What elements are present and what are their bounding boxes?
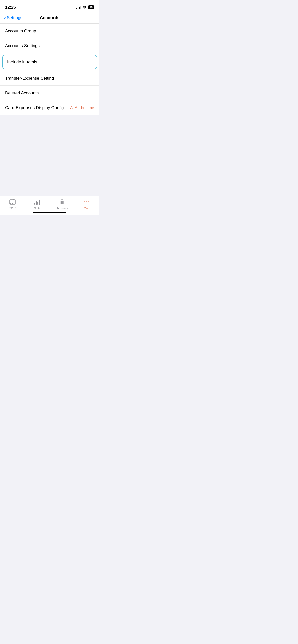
tab-more[interactable]: More [75, 198, 100, 210]
tab-date[interactable]: 09/30 [0, 198, 25, 210]
tab-date-label: 09/30 [9, 207, 16, 210]
status-time: 12:25 [5, 5, 16, 10]
battery-indicator: 95 [88, 5, 94, 9]
tab-stats-label: Stats [34, 207, 40, 210]
signal-icon [76, 6, 81, 9]
calendar-icon [9, 198, 16, 206]
svg-point-13 [84, 201, 85, 202]
accounts-icon [59, 198, 66, 206]
list-item-highlighted[interactable]: Include in totals [2, 55, 97, 69]
svg-rect-5 [12, 203, 13, 204]
wifi-icon [83, 6, 87, 9]
tab-more-label: More [84, 207, 90, 210]
svg-rect-2 [10, 202, 11, 202]
page-title: Accounts [40, 15, 59, 20]
svg-rect-8 [34, 203, 35, 205]
nav-bar: ‹ Settings Accounts [0, 13, 99, 24]
svg-rect-11 [39, 200, 40, 205]
status-icons: 95 [76, 5, 94, 9]
svg-rect-10 [37, 202, 38, 205]
svg-point-14 [86, 201, 87, 202]
tab-accounts[interactable]: Accounts [50, 198, 75, 210]
status-bar: 12:25 95 [0, 0, 99, 13]
back-label: Settings [7, 15, 22, 20]
list-item[interactable]: Transfer-Expense Setting [0, 71, 99, 86]
svg-rect-4 [12, 202, 13, 202]
back-chevron-icon: ‹ [4, 15, 6, 21]
svg-point-15 [88, 201, 89, 202]
tab-accounts-label: Accounts [56, 207, 68, 210]
settings-list: Accounts Group Accounts Settings Include… [0, 24, 99, 115]
list-item[interactable]: Deleted Accounts [0, 86, 99, 100]
stats-icon [34, 198, 41, 206]
tab-stats[interactable]: Stats [25, 198, 50, 210]
list-item[interactable]: Accounts Settings [0, 38, 99, 53]
svg-point-12 [60, 200, 64, 202]
svg-rect-9 [36, 201, 37, 205]
back-button[interactable]: ‹ Settings [4, 15, 22, 21]
more-icon [83, 198, 90, 206]
svg-rect-3 [10, 203, 11, 204]
list-item[interactable]: Card Expenses Display Config. A. At the … [0, 100, 99, 115]
home-indicator [33, 212, 66, 213]
list-item[interactable]: Accounts Group [0, 24, 99, 38]
